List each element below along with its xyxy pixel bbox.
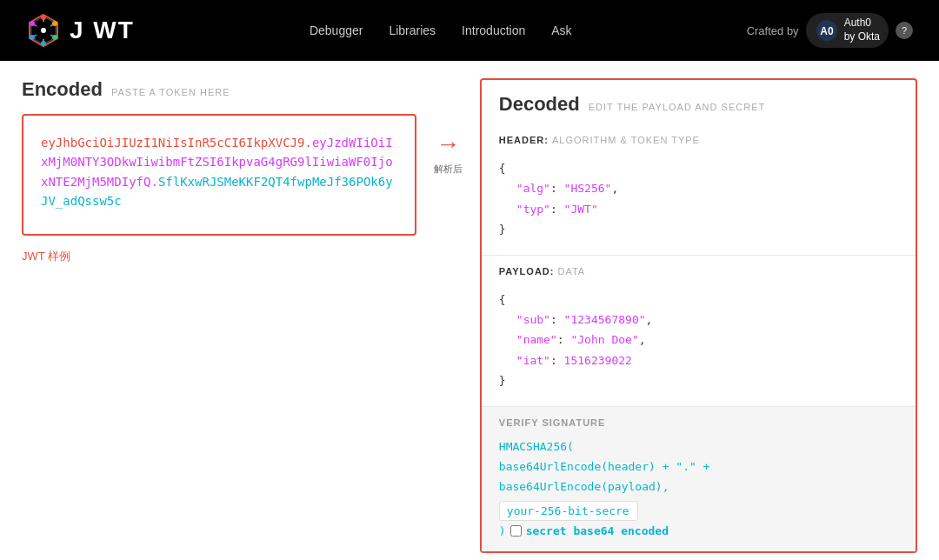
decode-arrow-icon: → [436,130,460,158]
decoded-subtitle: EDIT THE PAYLOAD AND SECRET [589,102,765,112]
svg-text:A0: A0 [820,25,834,37]
base64-checkbox-input[interactable] [510,525,522,537]
svg-point-14 [30,21,35,26]
token-dot1: . [304,136,311,150]
svg-point-2 [41,28,46,33]
main-nav: Debugger Libraries Introduction Ask [310,23,572,37]
svg-point-12 [41,41,46,46]
payload-brace-open: { [499,293,506,306]
header-brace-close: } [499,223,506,236]
payload-code-block[interactable]: { "sub": "1234567890", "name": "John Doe… [499,285,898,396]
decoded-title: Decoded [499,93,580,116]
logo-area: J WT [26,13,135,48]
token-header-part: eyJhbGciOiJIUzI1NiIsInR5cCI6IkpXVCJ9 [41,136,304,150]
svg-point-11 [52,35,57,40]
encoded-subtitle: PASTE A TOKEN HERE [111,87,230,97]
secret-input-row [499,501,898,521]
encoded-panel: Encoded PASTE A TOKEN HERE eyJhbGciOiJIU… [22,78,416,553]
payload-sub-value: "1234567890" [564,313,646,326]
arrow-area: → 解析后 [434,78,463,553]
base64-checkbox-row: ) secret base64 encoded [499,521,898,541]
header: J WT Debugger Libraries Introduction Ask… [0,0,939,61]
nav-ask[interactable]: Ask [551,23,571,37]
verify-code-block: HMACSHA256( base64UrlEncode(header) + ".… [499,437,898,542]
payload-name-key: "name" [516,333,557,346]
decoded-panel: Decoded EDIT THE PAYLOAD AND SECRET HEAD… [480,78,917,553]
decode-arrow-label: 解析后 [434,163,463,176]
header-brace-open: { [499,162,506,175]
svg-point-10 [52,21,57,26]
header-section-sublabel: ALGORITHM & TOKEN TYPE [552,135,700,145]
payload-section-label: PAYLOAD: DATA [499,266,898,277]
auth0-text: Auth0 by Okta [844,17,880,43]
payload-brace-close: } [499,374,506,387]
header-typ-value: "JWT" [564,203,598,216]
auth0-logo-icon: A0 [815,18,839,43]
svg-point-9 [41,15,46,20]
secret-input-field[interactable] [499,501,638,521]
header-alg-key: "alg" [516,182,550,195]
main-content: Encoded PASTE A TOKEN HERE eyJhbGciOiJIU… [0,61,939,560]
verify-section: VERIFY SIGNATURE HMACSHA256( base64UrlEn… [482,407,916,552]
payload-name-value: "John Doe" [570,333,638,346]
verify-line2: base64UrlEncode(header) + "." + [499,457,898,477]
payload-sub-key: "sub" [516,313,550,326]
header-section-label: HEADER: ALGORITHM & TOKEN TYPE [499,135,898,145]
token-dot2: . [150,175,157,189]
nav-libraries[interactable]: Libraries [389,23,436,37]
nav-debugger[interactable]: Debugger [310,23,363,37]
logo-text: J WT [70,17,135,44]
encoded-title: Encoded [22,78,103,101]
crafted-by-label: Crafted by [747,24,799,37]
header-typ-key: "typ" [516,203,550,216]
nav-introduction[interactable]: Introduction [462,23,525,37]
jwt-logo-icon [26,13,61,48]
header-code-block[interactable]: { "alg": "HS256", "typ": "JWT" } [499,154,898,244]
encoded-panel-header: Encoded PASTE A TOKEN HERE [22,78,416,101]
svg-point-13 [30,35,35,40]
header-section: HEADER: ALGORITHM & TOKEN TYPE { "alg": … [482,124,916,256]
verify-line3: base64UrlEncode(payload), [499,477,898,497]
crafted-area: Crafted by A0 Auth0 by Okta ? [747,13,913,47]
payload-iat-value: 1516239022 [564,354,632,367]
payload-iat-key: "iat" [516,354,550,367]
header-alg-value: "HS256" [564,182,612,195]
verify-section-label: VERIFY SIGNATURE [499,417,898,428]
decoded-panel-header: Decoded EDIT THE PAYLOAD AND SECRET [482,80,916,116]
jwt-example-link[interactable]: JWT 样例 [22,249,416,264]
token-input-box[interactable]: eyJhbGciOiJIUzI1NiIsInR5cCI6IkpXVCJ9.eyJ… [22,114,416,236]
verify-line1: HMACSHA256( [499,437,898,457]
payload-section-sublabel: DATA [558,266,586,277]
base64-checkbox-label: secret base64 encoded [526,521,669,541]
auth0-badge: A0 Auth0 by Okta [806,13,889,47]
payload-section: PAYLOAD: DATA { "sub": "1234567890", "na… [482,256,916,407]
verify-closing-paren: ) [499,521,506,541]
info-icon[interactable]: ? [896,22,913,39]
